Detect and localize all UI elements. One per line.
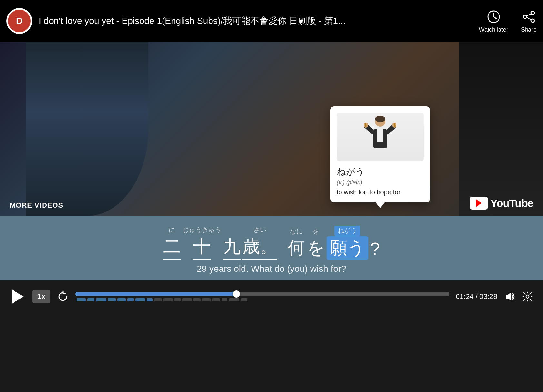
kanji-wo: を	[307, 236, 325, 260]
seg-3	[96, 298, 106, 301]
play-icon	[12, 289, 24, 304]
svg-line-6	[527, 14, 531, 16]
kanji-sai: 歳。	[242, 235, 277, 260]
watch-later-label: Watch later	[479, 26, 508, 33]
seg-4	[108, 298, 116, 301]
video-title: I don't love you yet - Episode 1(English…	[39, 15, 473, 27]
jp-char-nani[interactable]: なに 何	[288, 227, 305, 260]
seg-2	[87, 298, 94, 301]
popup-arrow	[376, 202, 385, 208]
seg-18	[241, 298, 247, 301]
seg-10	[163, 298, 173, 301]
kanji-kyu: 九	[223, 235, 241, 260]
seg-15	[212, 298, 220, 301]
svg-point-5	[523, 15, 527, 18]
controls-bar: 1x	[0, 280, 543, 313]
share-icon	[521, 9, 537, 24]
channel-logo[interactable]: D	[6, 8, 32, 34]
progress-container[interactable]	[75, 292, 449, 301]
jp-char-kyu[interactable]: 九	[223, 227, 241, 260]
kanji-ni: 二	[163, 235, 181, 260]
popup-word-definition: to wish for; to hope for	[337, 189, 424, 196]
seg-6	[127, 298, 134, 301]
replay-icon	[57, 290, 69, 303]
channel-logo-text: D	[16, 16, 23, 26]
furigana-wo: を	[312, 227, 319, 236]
progress-bar[interactable]	[75, 292, 449, 296]
english-subtitle: 29 years old. What do (you) wish for?	[6, 264, 537, 274]
play-button[interactable]	[10, 289, 26, 305]
youtube-branding: YouTube	[470, 197, 533, 210]
watch-later-icon	[486, 9, 501, 24]
video-container: MORE VIDEOS YouTube	[0, 42, 543, 216]
svg-point-4	[531, 19, 534, 22]
subtitle-area: に 二 じゅうきゅう 十 九 さい 歳。 なに 何 を を	[0, 216, 543, 280]
seg-8	[147, 298, 153, 301]
svg-point-9	[375, 116, 385, 122]
progress-played	[75, 292, 236, 296]
furigana-negau: ねがう	[334, 226, 360, 236]
person-left	[26, 42, 148, 216]
furigana-q	[378, 230, 380, 238]
share-button[interactable]: Share	[521, 9, 537, 33]
furigana-nani: なに	[290, 227, 303, 236]
more-videos-label[interactable]: MORE VIDEOS	[10, 201, 63, 210]
jp-char-wo[interactable]: を を	[307, 227, 325, 260]
seg-11	[174, 298, 181, 301]
kanji-ju: 十	[193, 235, 211, 260]
top-bar: D I don't love you yet - Episode 1(Engli…	[0, 0, 543, 42]
seg-12	[182, 298, 192, 301]
furigana-kyu	[231, 227, 233, 234]
furigana-sai: さい	[253, 226, 266, 234]
channel-logo-inner: D	[8, 10, 31, 32]
svg-point-21	[526, 295, 529, 298]
seg-1	[77, 298, 86, 301]
jp-char-ni[interactable]: に 二	[163, 226, 181, 260]
popup-word-type: (v.) (plain)	[337, 179, 424, 186]
replay-button[interactable]	[57, 290, 69, 303]
svg-marker-20	[506, 293, 511, 300]
svg-rect-11	[377, 129, 383, 142]
seg-9	[154, 298, 162, 301]
volume-button[interactable]	[504, 291, 515, 302]
kanji-negau: 願う	[327, 236, 368, 260]
svg-line-2	[494, 17, 496, 19]
youtube-icon	[470, 197, 488, 210]
speed-button[interactable]: 1x	[32, 290, 50, 303]
furigana-ju: じゅうきゅう	[183, 226, 221, 234]
watch-later-button[interactable]: Watch later	[479, 9, 508, 33]
seg-16	[222, 298, 227, 301]
settings-button[interactable]	[522, 291, 533, 302]
segment-indicators	[75, 298, 449, 301]
settings-icon	[522, 291, 533, 302]
kanji-nani: 何	[288, 236, 305, 260]
svg-line-7	[527, 17, 531, 20]
seg-14	[202, 298, 211, 301]
top-actions: Watch later Share	[479, 9, 537, 33]
share-label: Share	[521, 26, 537, 33]
seg-13	[193, 298, 201, 301]
jp-char-negau[interactable]: ねがう 願う	[327, 226, 368, 260]
volume-icon	[504, 291, 515, 302]
popup-word-japanese: ねがう	[337, 166, 424, 178]
japanese-subtitle-line: に 二 じゅうきゅう 十 九 さい 歳。 なに 何 を を	[6, 226, 537, 260]
jp-char-sai[interactable]: さい 歳。	[242, 226, 277, 260]
jp-char-ju[interactable]: じゅうきゅう 十	[183, 226, 221, 260]
seg-17	[229, 298, 239, 301]
youtube-text: YouTube	[490, 197, 533, 210]
svg-point-3	[531, 11, 534, 15]
progress-thumb[interactable]	[233, 290, 240, 298]
seg-7	[135, 298, 145, 301]
video-background: MORE VIDEOS YouTube	[0, 42, 543, 216]
jp-question-mark: ?	[370, 230, 380, 260]
vocabulary-popup: ねがう (v.) (plain) to wish for; to hope fo…	[330, 106, 430, 202]
question-mark: ?	[370, 239, 380, 259]
popup-image	[337, 113, 424, 161]
time-display: 01:24 / 03:28	[456, 292, 497, 301]
person-right	[459, 42, 543, 216]
furigana-ni: に	[169, 226, 175, 234]
seg-5	[117, 298, 126, 301]
